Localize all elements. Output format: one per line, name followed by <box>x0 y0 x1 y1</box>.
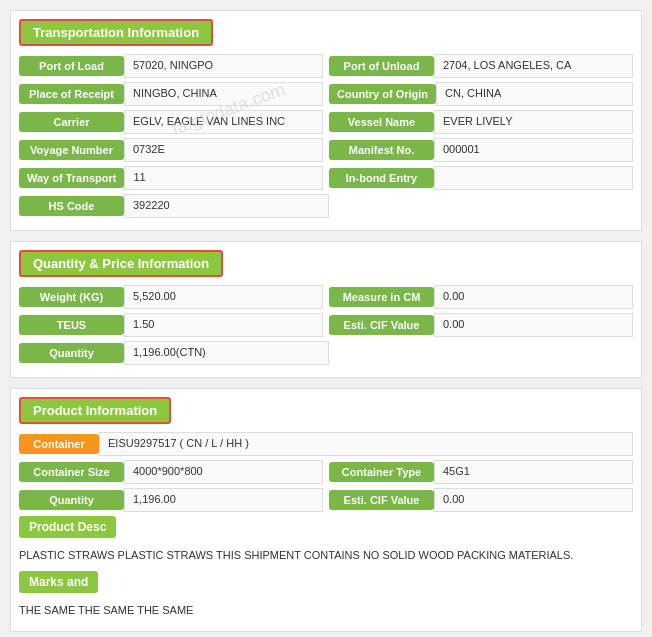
port-of-load-group: Port of Load 57020, NINGPO <box>19 54 323 78</box>
in-bond-entry-group: In-bond Entry <box>329 166 633 190</box>
vessel-name-value: EVER LIVELY <box>434 110 633 134</box>
container-row: Container EISU9297517 ( CN / L / HH ) <box>19 432 633 456</box>
teus-group: TEUS 1.50 <box>19 313 323 337</box>
product-header: Product Information <box>19 397 171 424</box>
product-quantity-group: Quantity 1,196.00 <box>19 488 323 512</box>
hs-code-group: HS Code 392220 <box>19 194 329 218</box>
quantity-header: Quantity & Price Information <box>19 250 223 277</box>
container-size-group: Container Size 4000*900*800 <box>19 460 323 484</box>
product-desc-text: PLASTIC STRAWS PLASTIC STRAWS THIS SHIPM… <box>19 544 633 567</box>
manifest-no-group: Manifest No. 000001 <box>329 138 633 162</box>
quantity-row: Quantity 1,196.00(CTN) <box>19 341 633 365</box>
weight-row: Weight (KG) 5,520.00 Measure in CM 0.00 <box>19 285 633 309</box>
manifest-no-label: Manifest No. <box>329 140 434 160</box>
way-of-transport-label: Way of Transport <box>19 168 124 188</box>
port-of-unload-group: Port of Unload 2704, LOS ANGELES, CA <box>329 54 633 78</box>
quantity-value: 1,196.00(CTN) <box>124 341 329 365</box>
measure-group: Measure in CM 0.00 <box>329 285 633 309</box>
hs-code-value: 392220 <box>124 194 329 218</box>
port-of-unload-value: 2704, LOS ANGELES, CA <box>434 54 633 78</box>
country-of-origin-value: CN, CHINA <box>436 82 633 106</box>
esti-cif-label: Esti. CIF Value <box>329 315 434 335</box>
weight-label: Weight (KG) <box>19 287 124 307</box>
hs-code-label: HS Code <box>19 196 124 216</box>
transportation-section: Transportation Information Port of Load … <box>10 10 642 231</box>
measure-value: 0.00 <box>434 285 633 309</box>
port-row: Port of Load 57020, NINGPO Port of Unloa… <box>19 54 633 78</box>
container-type-group: Container Type 45G1 <box>329 460 633 484</box>
voyage-number-value: 0732E <box>124 138 323 162</box>
product-quantity-row: Quantity 1,196.00 Esti. CIF Value 0.00 <box>19 488 633 512</box>
container-label: Container <box>19 434 99 454</box>
product-section: Product Information Container EISU929751… <box>10 388 642 632</box>
way-of-transport-group: Way of Transport 11 <box>19 166 323 190</box>
quantity-group: Quantity 1,196.00(CTN) <box>19 341 329 365</box>
vessel-name-label: Vessel Name <box>329 112 434 132</box>
product-esti-cif-group: Esti. CIF Value 0.00 <box>329 488 633 512</box>
port-of-unload-label: Port of Unload <box>329 56 434 76</box>
product-quantity-value: 1,196.00 <box>124 488 323 512</box>
marks-text: THE SAME THE SAME THE SAME <box>19 599 633 622</box>
voyage-number-label: Voyage Number <box>19 140 124 160</box>
container-size-label: Container Size <box>19 462 124 482</box>
weight-value: 5,520.00 <box>124 285 323 309</box>
place-of-receipt-label: Place of Receipt <box>19 84 124 104</box>
teus-row: TEUS 1.50 Esti. CIF Value 0.00 <box>19 313 633 337</box>
marks-label: Marks and <box>19 571 98 593</box>
in-bond-entry-label: In-bond Entry <box>329 168 434 188</box>
vessel-name-group: Vessel Name EVER LIVELY <box>329 110 633 134</box>
weight-group: Weight (KG) 5,520.00 <box>19 285 323 309</box>
container-size-row: Container Size 4000*900*800 Container Ty… <box>19 460 633 484</box>
carrier-value: EGLV, EAGLE VAN LINES INC <box>124 110 323 134</box>
transportation-header: Transportation Information <box>19 19 213 46</box>
product-esti-cif-label: Esti. CIF Value <box>329 490 434 510</box>
voyage-number-group: Voyage Number 0732E <box>19 138 323 162</box>
esti-cif-value: 0.00 <box>434 313 633 337</box>
container-type-value: 45G1 <box>434 460 633 484</box>
container-type-label: Container Type <box>329 462 434 482</box>
in-bond-entry-value <box>434 166 633 190</box>
country-of-origin-group: Country of Origin CN, CHINA <box>329 82 633 106</box>
manifest-no-value: 000001 <box>434 138 633 162</box>
quantity-label: Quantity <box>19 343 124 363</box>
teus-value: 1.50 <box>124 313 323 337</box>
way-of-transport-value: 11 <box>124 166 323 190</box>
carrier-row: Carrier EGLV, EAGLE VAN LINES INC Vessel… <box>19 110 633 134</box>
carrier-label: Carrier <box>19 112 124 132</box>
receipt-row: Place of Receipt NINGBO, CHINA Country o… <box>19 82 633 106</box>
product-quantity-label: Quantity <box>19 490 124 510</box>
teus-label: TEUS <box>19 315 124 335</box>
place-of-receipt-group: Place of Receipt NINGBO, CHINA <box>19 82 323 106</box>
country-of-origin-label: Country of Origin <box>329 84 436 104</box>
container-group: Container EISU9297517 ( CN / L / HH ) <box>19 432 633 456</box>
container-size-value: 4000*900*800 <box>124 460 323 484</box>
container-value: EISU9297517 ( CN / L / HH ) <box>99 432 633 456</box>
transport-row: Way of Transport 11 In-bond Entry <box>19 166 633 190</box>
esti-cif-group: Esti. CIF Value 0.00 <box>329 313 633 337</box>
carrier-group: Carrier EGLV, EAGLE VAN LINES INC <box>19 110 323 134</box>
port-of-load-value: 57020, NINGPO <box>124 54 323 78</box>
port-of-load-label: Port of Load <box>19 56 124 76</box>
voyage-row: Voyage Number 0732E Manifest No. 000001 <box>19 138 633 162</box>
hs-code-row: HS Code 392220 <box>19 194 633 218</box>
measure-label: Measure in CM <box>329 287 434 307</box>
product-desc-label: Product Desc <box>19 516 116 538</box>
quantity-section: Quantity & Price Information Weight (KG)… <box>10 241 642 378</box>
product-esti-cif-value: 0.00 <box>434 488 633 512</box>
place-of-receipt-value: NINGBO, CHINA <box>124 82 323 106</box>
